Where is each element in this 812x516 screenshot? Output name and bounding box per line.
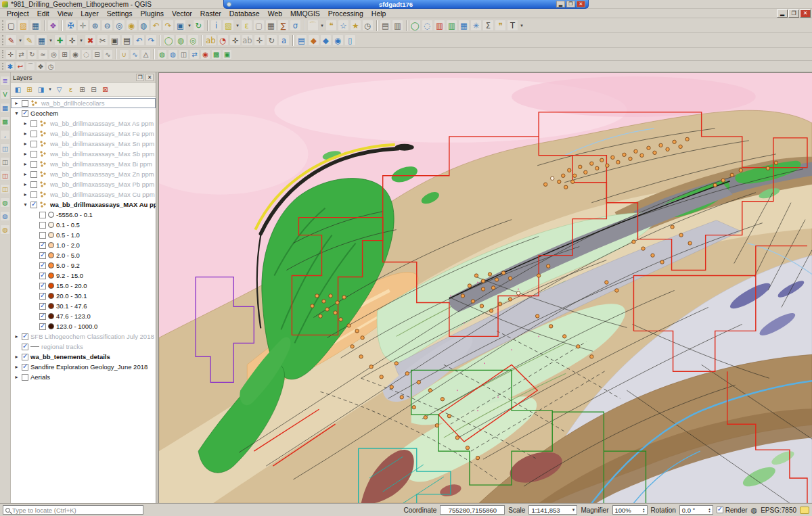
cad-tools-icon[interactable]: △ (141, 49, 151, 60)
visibility-checkbox[interactable] (30, 131, 37, 137)
visibility-checkbox[interactable] (30, 161, 37, 168)
menu-web[interactable]: Web (264, 9, 286, 18)
menu-help[interactable]: Help (367, 9, 390, 18)
layer-row[interactable]: ▾Geochem (11, 108, 156, 118)
zoom-full-extent-icon[interactable]: ◎ (114, 20, 125, 31)
visibility-checkbox[interactable] (39, 222, 46, 229)
layer-row[interactable]: ▸wa_bb_drillmaxassays_Max Zn ppm (11, 169, 156, 179)
visibility-checkbox[interactable] (22, 333, 28, 340)
zoom-to-selection-icon[interactable]: ◉ (126, 20, 137, 31)
visibility-checkbox[interactable] (39, 262, 46, 269)
vertex-tool-dropdown[interactable]: ▾ (78, 38, 84, 43)
layer-row[interactable]: ▸wa_bb_drillmaxassays_Max Bi ppm (11, 159, 156, 169)
visibility-checkbox[interactable] (39, 303, 46, 310)
visibility-checkbox[interactable] (22, 354, 28, 360)
visibility-checkbox[interactable] (30, 151, 37, 158)
copy-features-icon[interactable]: ▣ (109, 34, 120, 46)
remove-layer-icon[interactable]: ⊠ (100, 85, 110, 95)
qgis2web-icon[interactable]: ◉ (332, 34, 344, 46)
show-bookmarks-icon[interactable]: ★ (350, 20, 361, 31)
expander-icon[interactable]: ▸ (22, 131, 28, 137)
expander-icon[interactable]: ▸ (22, 181, 28, 187)
sum-icon[interactable]: Σ (482, 20, 494, 31)
add-raster-layer-icon[interactable]: ▦ (0, 103, 10, 113)
legend-class-row[interactable]: 0.1 - 0.5 (11, 220, 156, 230)
layer-diagram-icon[interactable]: ◔ (217, 34, 229, 46)
visibility-checkbox[interactable] (30, 120, 37, 127)
refresh-icon[interactable]: ↻ (193, 20, 204, 31)
rotate-label-icon[interactable]: ↻ (266, 34, 277, 46)
osm-import-icon[interactable]: ◍ (175, 34, 187, 46)
annotation-icon[interactable]: ❞ (495, 20, 506, 31)
coordinate-input[interactable]: 755280,7155860 (440, 505, 505, 515)
plugin-diamond-blue-icon[interactable]: ◆ (320, 34, 332, 46)
measure-dropdown[interactable]: ▾ (319, 23, 325, 28)
visibility-checkbox[interactable] (30, 171, 37, 178)
red-style-icon[interactable]: ▥ (434, 20, 445, 31)
visibility-checkbox[interactable] (22, 110, 28, 117)
layer-row[interactable]: ▾wa_bb_drillmaxassays_MAX Au ppm (11, 200, 156, 210)
layer-row[interactable]: ▸wa_bb_drillmaxassays_Max Pb ppm (11, 179, 156, 189)
reshape-features-icon[interactable]: ∿ (103, 49, 113, 60)
new-map-view-icon[interactable]: ▣ (175, 20, 186, 31)
expander-icon[interactable]: ▸ (22, 171, 28, 177)
locate-input[interactable] (12, 507, 141, 514)
add-delimited-text-icon[interactable]: , (0, 130, 10, 140)
legend-class-row[interactable]: 15.0 - 20.0 (11, 281, 156, 291)
add-wcs-icon[interactable]: ◍ (0, 211, 10, 221)
visibility-checkbox[interactable] (22, 374, 28, 381)
visibility-checkbox[interactable] (30, 191, 37, 198)
plugin-diamond-orange-icon[interactable]: ◆ (308, 34, 319, 46)
manage-map-themes-dropdown[interactable]: ▾ (47, 87, 53, 92)
add-ring-icon[interactable]: ◎ (49, 49, 59, 60)
legend-class-row[interactable]: 123.0 - 1000.0 (11, 321, 156, 331)
statistical-summary-icon[interactable]: σ (290, 20, 301, 31)
remote-restore-button[interactable]: ❐ (566, 1, 575, 7)
spinner-arrows-icon[interactable]: ▴▾ (708, 507, 710, 513)
new-map-view-dropdown[interactable]: ▾ (187, 23, 192, 28)
delete-selected-icon[interactable]: ✖ (85, 34, 96, 46)
filter-by-expression-icon[interactable]: ε (66, 85, 76, 95)
add-spatialite-icon[interactable]: ◫ (0, 157, 10, 167)
expander-icon[interactable]: ▸ (22, 191, 28, 197)
text-annotation-dropdown[interactable]: ▾ (519, 23, 524, 28)
current-edits-icon[interactable]: ✎ (5, 34, 17, 46)
layer-row[interactable]: ▸wa_bb_drillmaxassays_Max Cu ppm (11, 189, 156, 200)
visibility-checkbox[interactable] (39, 212, 46, 218)
swap-tool-icon[interactable]: ❖ (36, 62, 45, 71)
identify-features-icon[interactable]: i (210, 20, 222, 31)
add-mssql-icon[interactable]: ◫ (0, 170, 10, 181)
map-tips-icon[interactable]: ❝ (325, 20, 337, 31)
layer-row[interactable]: ▸wa_bb_drillmaxassays_Max As ppm (11, 118, 156, 128)
layer-row[interactable]: regional tracks (11, 342, 156, 352)
legend-class-row[interactable]: 20.0 - 30.1 (11, 291, 156, 301)
visibility-checkbox[interactable] (39, 323, 46, 330)
zoom-to-layer-icon[interactable]: ◍ (138, 20, 150, 31)
visibility-checkbox[interactable] (39, 252, 46, 259)
field-calculator-icon[interactable]: ∑ (277, 20, 289, 31)
zoom-in-icon[interactable]: ⊕ (89, 20, 101, 31)
expander-icon[interactable]: ▸ (22, 161, 28, 167)
zoom-last-icon[interactable]: ↶ (150, 20, 162, 31)
add-postgis-icon[interactable]: ◫ (0, 143, 10, 154)
open-attribute-table-icon[interactable]: ▦ (265, 20, 277, 31)
zoom-out-icon[interactable]: ⊖ (102, 20, 113, 31)
project-new-icon[interactable]: ▢ (5, 20, 17, 31)
highlight-labels-icon[interactable]: ab (242, 34, 253, 46)
profile-curve-icon[interactable]: ↩ (16, 62, 25, 71)
add-wms-icon[interactable]: ◍ (0, 197, 10, 208)
legend-class-row[interactable]: 30.1 - 47.6 (11, 301, 156, 311)
expander-icon[interactable]: ▾ (14, 110, 20, 116)
gps-icon[interactable]: ◉ (200, 49, 210, 60)
render-checkbox[interactable]: Render (717, 507, 748, 514)
legend-class-row[interactable]: 9.2 - 15.0 (11, 271, 156, 281)
redo-icon[interactable]: ↷ (145, 34, 157, 46)
visibility-checkbox[interactable] (30, 202, 37, 208)
osm-export-icon[interactable]: ◎ (187, 34, 199, 46)
pan-map-icon[interactable]: ✠ (65, 20, 76, 31)
new-print-layout-icon[interactable]: ▤ (380, 20, 391, 31)
metasearch-icon[interactable]: ◌ (422, 20, 433, 31)
restore-button[interactable]: ❐ (788, 9, 799, 18)
visibility-checkbox[interactable] (30, 141, 37, 147)
add-part-icon[interactable]: ⊞ (60, 49, 70, 60)
